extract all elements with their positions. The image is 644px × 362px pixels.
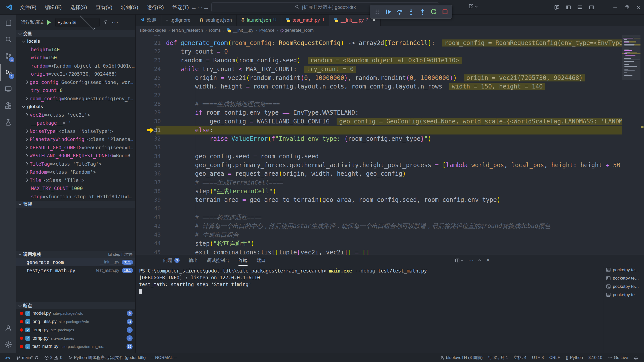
code-line[interactable]: random = Random(room_config.seed)random … [166, 56, 462, 65]
line-number[interactable]: 37 [136, 178, 161, 187]
more-actions-icon[interactable]: ··· [112, 19, 119, 26]
toggle-panel-icon[interactable] [574, 0, 586, 15]
continue-icon[interactable] [384, 7, 393, 17]
breakpoint-row[interactable]: ✓test_math.pysite-packages\terrain_res…1… [16, 342, 136, 351]
variable-row[interactable]: TileTag = <class 'TileTag'> [16, 160, 136, 168]
code-line[interactable]: # 计算每一个出口的中心，然后使用astar生成路径，确保每一个出口组合都可以联… [166, 222, 550, 231]
line-number[interactable]: 38 [136, 187, 161, 196]
line-number[interactable]: 34 [136, 152, 161, 161]
terminal-instance[interactable]: pocketpy te… [604, 266, 644, 274]
variable-row[interactable]: MAX_TRY_COUNT = 1000 [16, 184, 136, 193]
code-line[interactable]: try_count = 0 [166, 47, 228, 56]
nav-back-icon[interactable]: ← [189, 4, 198, 11]
variable-row[interactable]: Tile = <class 'Tile'> [16, 176, 136, 185]
callstack-section-header[interactable]: 调用堆栈 因 step 已暂停 [16, 251, 136, 258]
variable-row[interactable]: Random = <class 'Random'> [16, 168, 136, 176]
checkbox[interactable]: ✓ [25, 344, 30, 349]
more-actions-icon[interactable]: ··· [468, 257, 474, 264]
menu-item[interactable]: 编辑(E) [41, 4, 66, 11]
debug-config[interactable]: Python 调试程序: 启动文件 (godot-ldtk) [65, 353, 148, 362]
menu-item[interactable]: 文件(F) [16, 4, 41, 11]
line-number[interactable]: 32 [136, 134, 161, 143]
variables-section-header[interactable]: 变量 [16, 30, 136, 37]
breadcrumb-item[interactable]: site-packages [140, 28, 166, 33]
minimize-button[interactable] [609, 0, 621, 15]
breadcrumb-item[interactable]: __init__.py [227, 28, 253, 33]
remote-indicator[interactable]: >< [3, 353, 13, 362]
line-number[interactable]: 44 [136, 239, 161, 248]
line-number[interactable]: 29 [136, 108, 161, 117]
line-number[interactable]: 33 [136, 143, 161, 152]
terminal-instance[interactable]: pocketpy te… [604, 274, 644, 282]
blame[interactable]: blueloveTH (3 周前) [437, 353, 486, 362]
breadcrumb-item[interactable]: rooms [209, 28, 221, 33]
code-line[interactable]: while try_count < MAX_TRY_COUNT:try_coun… [166, 65, 356, 74]
launch-config-dropdown[interactable]: Python 调试程序: 启 [55, 18, 100, 27]
code-line[interactable]: # 生成出口组合 [166, 231, 239, 239]
activity-run-debug[interactable]: 1 [0, 64, 16, 81]
line-number[interactable]: 20 [136, 35, 161, 39]
activity-settings[interactable] [0, 336, 16, 353]
panel-tab-终端[interactable]: 终端 [238, 255, 248, 266]
tab-.gdignore[interactable]: ≡.gdignore [161, 15, 195, 26]
code-editor[interactable]: 2021222324252627282930313233343536373839… [136, 35, 644, 255]
minimap[interactable] [622, 35, 640, 255]
nav-forward-icon[interactable]: → [202, 4, 211, 11]
line-number[interactable]: 28 [136, 100, 161, 109]
drag-handle-icon[interactable] [373, 7, 382, 17]
variable-row[interactable]: vec2i = <class 'vec2i'> [16, 111, 136, 119]
variable-row[interactable]: WASTELAND_ROOM_REQUEST_CONFIG = RoomR… [16, 152, 136, 160]
breakpoint-row[interactable]: ✓png_utils.pysite-packages\wfc11 [16, 318, 136, 326]
activity-testing[interactable] [0, 114, 16, 131]
split-terminal-icon[interactable] [455, 258, 463, 263]
customize-layout-icon[interactable] [551, 0, 562, 15]
variable-row[interactable]: DEFAULT_GEO_CONFIG = GeoConfig(seed=1… [16, 144, 136, 152]
encoding[interactable]: UTF-8 [529, 353, 547, 362]
line-number[interactable]: 27 [136, 91, 161, 100]
code-line[interactable]: geo_config.seed = room_config.seed [166, 152, 319, 161]
profile-icon[interactable] [468, 4, 477, 9]
activity-search[interactable] [0, 31, 16, 48]
panel-tab-端口[interactable]: 端口 [257, 255, 266, 266]
line-number[interactable]: 35 [136, 161, 161, 170]
breadcrumb-item[interactable]: terrain_research [172, 28, 203, 33]
checkbox[interactable]: ✓ [25, 328, 30, 332]
code-line[interactable]: step("生成TerrainCell") [166, 187, 276, 196]
vim-mode[interactable]: -- NORMAL -- [148, 353, 179, 362]
code-line[interactable]: step("检查连通性") [166, 239, 254, 248]
python-version[interactable]: 3.10.10 [586, 353, 605, 362]
line-number[interactable]: 39 [136, 196, 161, 204]
line-number[interactable]: 21 [136, 39, 161, 48]
code-line[interactable]: if room_config.env_type == EnvType.WASTE… [166, 108, 359, 117]
code-line[interactable]: width, height = room_config.layout.n_col… [166, 82, 545, 91]
code-line[interactable]: geo_area = request_area(origin, width, h… [166, 169, 406, 178]
editor-scrollbar[interactable] [640, 35, 644, 255]
eol[interactable]: CRLF [547, 353, 563, 362]
code-line[interactable]: def generate_room(room_config: RoomReque… [166, 39, 622, 48]
close-panel-icon[interactable]: ✕ [486, 257, 490, 263]
line-number[interactable]: 42 [136, 222, 161, 231]
terminal-output[interactable]: PS C:\computer_science\godot-ldtk\site-p… [139, 267, 567, 295]
activity-account[interactable] [0, 320, 16, 336]
breakpoints-section-header[interactable]: 断点 [16, 302, 136, 309]
activity-source-control[interactable]: 3 [0, 48, 16, 64]
variable-row[interactable]: geo_config = GeoConfig(seed=None, wor… [16, 78, 136, 86]
panel-tab-调试控制台[interactable]: 调试控制台 [207, 255, 229, 266]
variable-row[interactable]: random = <Random object at 0x1bf9d01e… [16, 62, 136, 70]
tab-欢迎[interactable]: 欢迎 [136, 15, 161, 26]
watch-section-header[interactable]: 监视 [16, 201, 136, 208]
watch-body[interactable] [16, 208, 136, 251]
toggle-sidebar-icon[interactable] [562, 0, 574, 15]
menu-item[interactable]: 运行(R) [142, 4, 168, 11]
line-number[interactable]: 22 [136, 47, 161, 56]
checkbox[interactable]: ✓ [25, 319, 30, 324]
breakpoint-row[interactable]: ✓temp.pysite-packages1 [16, 326, 136, 334]
line-number[interactable]: 24 [136, 65, 161, 74]
restore-button[interactable] [621, 0, 632, 15]
activity-explorer[interactable] [0, 15, 16, 31]
tab-settings.json[interactable]: {}settings.json [195, 15, 237, 26]
cursor-position[interactable]: 行 31, 列 1 [486, 353, 511, 362]
code-line[interactable]: geo_config.primary_forces.geothermal_act… [166, 161, 620, 170]
menu-item[interactable]: 查看(V) [91, 4, 117, 11]
toggle-secondary-sidebar-icon[interactable] [586, 0, 597, 15]
